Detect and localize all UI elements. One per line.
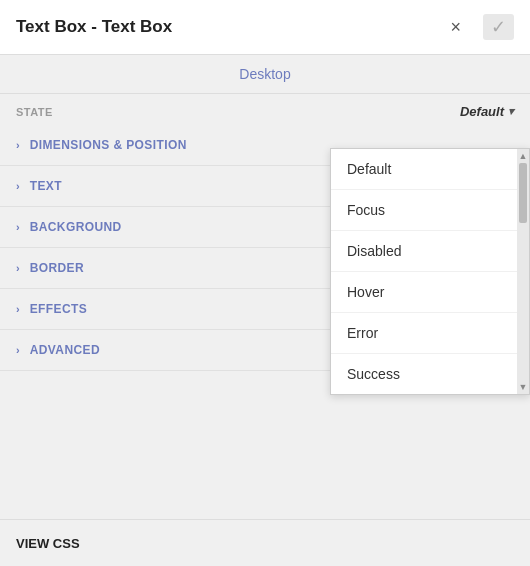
- section-name-background: BACKGROUND: [30, 220, 122, 234]
- state-dropdown[interactable]: Default ▾: [460, 104, 514, 119]
- panel-title: Text Box - Text Box: [16, 17, 172, 37]
- scrollbar-track: [519, 163, 527, 380]
- viewport-bar: Desktop: [0, 55, 530, 94]
- section-name-effects: EFFECTS: [30, 302, 87, 316]
- scrollbar-up-arrow[interactable]: ▲: [519, 151, 528, 161]
- header-icons: × ✓: [444, 14, 514, 40]
- state-section: STATE Default ▾: [0, 94, 530, 125]
- dropdown-item-hover[interactable]: Hover: [331, 272, 517, 313]
- dropdown-item-focus[interactable]: Focus: [331, 190, 517, 231]
- section-chevron-effects: ›: [16, 303, 20, 315]
- confirm-button[interactable]: ✓: [483, 14, 514, 40]
- scrollbar-down-arrow[interactable]: ▼: [519, 382, 528, 392]
- viewport-label: Desktop: [239, 66, 290, 82]
- section-chevron-border: ›: [16, 262, 20, 274]
- state-current-value: Default: [460, 104, 504, 119]
- dropdown-item-default[interactable]: Default: [331, 149, 517, 190]
- dropdown-item-success[interactable]: Success: [331, 354, 517, 394]
- section-name-border: BORDER: [30, 261, 84, 275]
- section-chevron-background: ›: [16, 221, 20, 233]
- dropdown-items-list: Default Focus Disabled Hover Error Succe…: [331, 149, 517, 394]
- section-name-advanced: ADVANCED: [30, 343, 100, 357]
- view-css-label: VIEW CSS: [16, 536, 80, 551]
- section-chevron-text: ›: [16, 180, 20, 192]
- section-name-dimensions: DIMENSIONS & POSITION: [30, 138, 187, 152]
- dropdown-scrollbar: ▲ ▼: [517, 149, 529, 394]
- state-dropdown-menu: Default Focus Disabled Hover Error Succe…: [330, 148, 530, 395]
- section-name-text: TEXT: [30, 179, 62, 193]
- dropdown-item-error[interactable]: Error: [331, 313, 517, 354]
- panel-footer[interactable]: VIEW CSS: [0, 519, 530, 566]
- panel-header: Text Box - Text Box × ✓: [0, 0, 530, 55]
- section-chevron-advanced: ›: [16, 344, 20, 356]
- scrollbar-thumb: [519, 163, 527, 223]
- properties-panel: Text Box - Text Box × ✓ Desktop STATE De…: [0, 0, 530, 566]
- dropdown-item-disabled[interactable]: Disabled: [331, 231, 517, 272]
- state-label: STATE: [16, 106, 53, 118]
- section-chevron-dimensions: ›: [16, 139, 20, 151]
- close-button[interactable]: ×: [444, 16, 467, 38]
- chevron-down-icon: ▾: [508, 105, 514, 118]
